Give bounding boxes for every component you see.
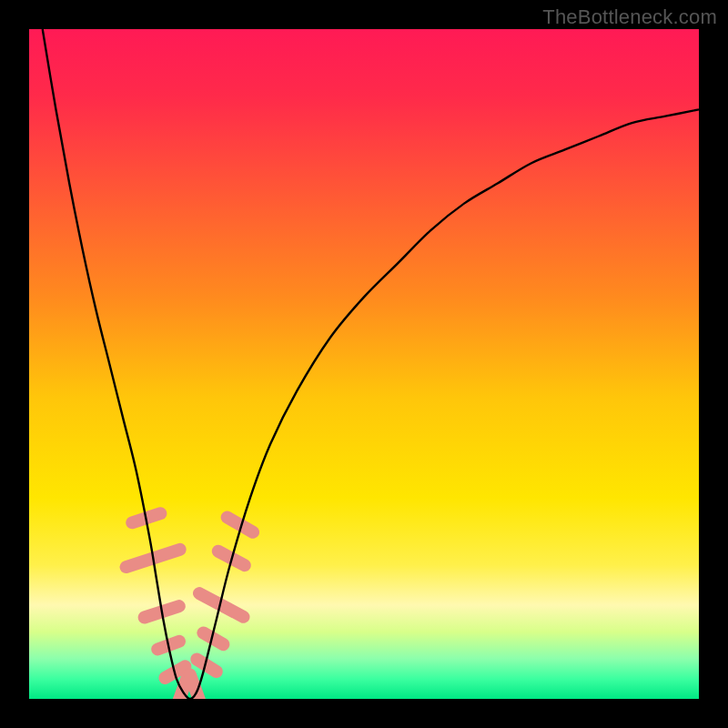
background-gradient (29, 29, 699, 699)
svg-rect-0 (29, 29, 699, 699)
plot-area (29, 29, 699, 699)
chart-frame: TheBottleneck.com (0, 0, 728, 728)
watermark-text: TheBottleneck.com (542, 5, 717, 29)
